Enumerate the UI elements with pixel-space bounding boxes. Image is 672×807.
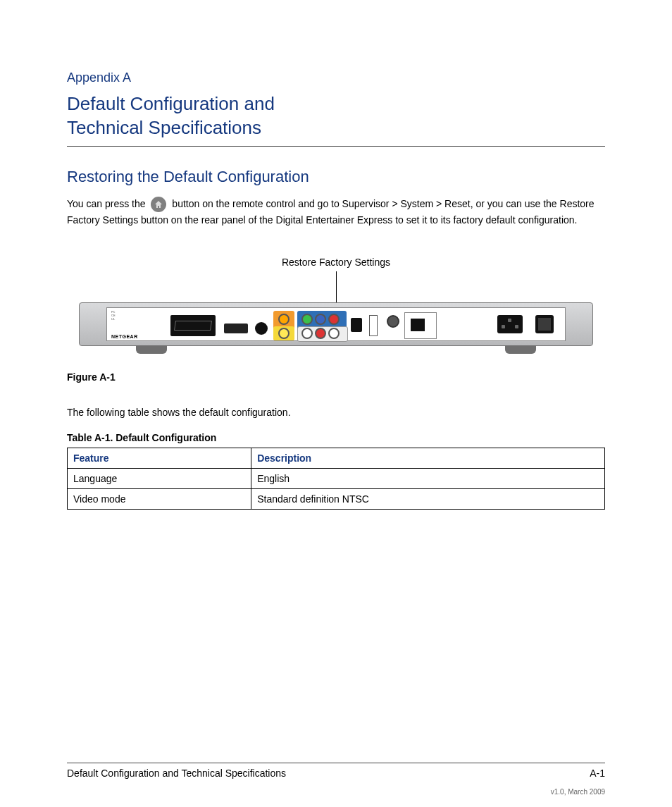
title-rule (67, 146, 605, 147)
default-config-table: Feature Description Language English Vid… (67, 448, 605, 510)
figure-callout-line (336, 271, 337, 302)
table-row: Language English (68, 469, 605, 489)
figure-callout-label: Restore Factory Settings (282, 257, 390, 268)
table-cell: Standard definition NTSC (251, 489, 605, 510)
device-rear-panel-illustration: FCCEUL NETGEAR (79, 302, 593, 346)
ethernet-port-icon (404, 312, 437, 339)
appendix-title-line1: Default Configuration and (67, 93, 275, 114)
appendix-label: Appendix A (67, 70, 605, 85)
table-cell: English (251, 469, 605, 489)
scart-port-icon (170, 315, 216, 336)
s-video-port-icon (255, 322, 268, 335)
table-cell: Language (68, 469, 251, 489)
appendix-title: Default Configuration and Technical Spec… (67, 92, 605, 140)
power-switch-icon (535, 315, 554, 333)
table-row: Video mode Standard definition NTSC (68, 489, 605, 510)
appendix-title-line2: Technical Specifications (67, 117, 261, 138)
home-icon (151, 197, 166, 212)
footer-rule (67, 763, 605, 763)
reset-button-icon (387, 315, 399, 328)
footer-title: Default Configuration and Technical Spec… (67, 768, 286, 779)
table-header-row: Feature Description (68, 448, 605, 469)
footer-version: v1.0, March 2009 (551, 788, 605, 796)
table-cell: Video mode (68, 489, 251, 510)
page-number: A-1 (590, 768, 605, 779)
usb-port-icon (369, 315, 378, 336)
power-inlet-icon (497, 315, 523, 333)
hdmi-port-icon (224, 324, 248, 333)
device-foot-icon (505, 345, 536, 354)
device-foot-icon (136, 345, 167, 354)
table-header-cell: Description (251, 448, 605, 469)
table-intro-text: The following table shows the default co… (67, 407, 605, 418)
brand-label: NETGEAR (111, 334, 138, 339)
table-caption: Table A-1. Default Configuration (67, 432, 605, 443)
compliance-badges: FCCEUL (111, 311, 116, 321)
section-paragraph: You can press the button on the remote c… (67, 196, 605, 228)
section-heading: Restoring the Default Configuration (67, 168, 605, 186)
table-header-cell: Feature (68, 448, 251, 469)
page-footer: Default Configuration and Technical Spec… (67, 757, 605, 779)
para-text-pre: You can press the (67, 198, 148, 209)
figure-caption: Figure A-1 (67, 371, 605, 383)
optical-port-icon (351, 318, 362, 332)
